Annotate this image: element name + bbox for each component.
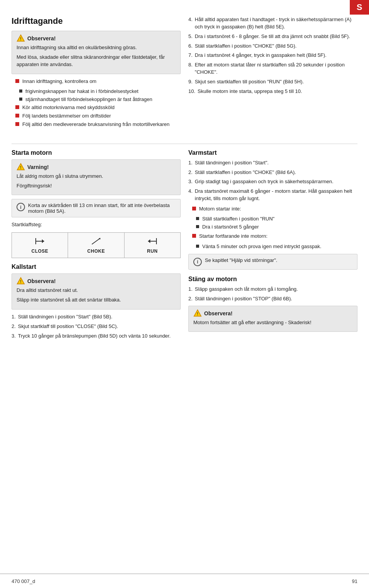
top-bar: S <box>350 0 369 15</box>
kallstart-observera-box: ! Observera! Dra alltid startsnöret rakt… <box>12 273 181 310</box>
startklaffsteg-cell-run: RUN <box>125 233 180 258</box>
varmstart-item-3: 3. Grip stadigt tag i gasspaken och tryc… <box>188 178 357 186</box>
red-bullet-2: Följ landets bestämmelser om driftstider <box>15 113 181 119</box>
mid-right-column: Varmstart 1. Ställ tändningen i position… <box>188 149 357 343</box>
mid-left-column: Starta motorn ! Varning! Låt aldrig moto… <box>12 149 181 343</box>
top-section: Idrifttagande ! Observera! Innan idriftt… <box>12 16 357 131</box>
motorn-startar-inte-header: Motorn startar inte: <box>192 205 357 212</box>
right-item-7: 7. Dra i startsnöret 4 gånger, tryck in … <box>188 52 357 59</box>
startar-fortfarande-header: Startar fortfarande inte motorn: <box>192 233 357 240</box>
bullet-small-2 <box>19 98 22 101</box>
motorn-sub-1: Ställ startklaffen i position "RUN" <box>196 215 357 222</box>
svg-text:!: ! <box>20 165 21 169</box>
red-bullet-list: Kör alltid motorknivarna med skyddssköld… <box>15 104 181 128</box>
varning-label: Varning! <box>27 164 49 170</box>
kallstart-observera-label: Observera! <box>27 278 56 284</box>
stang-av-warning-icon: ! <box>193 309 202 318</box>
varmstart-item-2: 2. Ställ startklaffen i position "CHOKE"… <box>188 169 357 176</box>
stang-av-observera-text: Motorn fortsätter att gå efter avstängni… <box>193 319 352 326</box>
bullet-small-1 <box>19 89 22 93</box>
choke-icon <box>90 237 102 247</box>
sub-checklist: frigivningsknappen har hakat in i förbin… <box>19 88 181 103</box>
bottom-bar: 470 007_d 91 <box>0 573 369 588</box>
varmstart-item-4: 4. Dra startsnöret maximalt 6 gånger - m… <box>188 188 357 202</box>
right-item-5: 5. Dra i startsnöret 6 - 8 gånger. Se ti… <box>188 33 357 40</box>
section-divider-1 <box>12 144 357 144</box>
bullet-small-m2 <box>196 225 199 228</box>
observera-label: Observera! <box>27 35 56 41</box>
right-numbered-list: 4. Håll alltid apparaten fast i handtage… <box>188 16 357 95</box>
bullet-small-m1 <box>196 217 199 220</box>
page-title: Idrifttagande <box>12 16 181 26</box>
observera-line1: Innan idrifttagning ska alltid en okulär… <box>17 44 176 51</box>
bullet-red <box>15 79 19 83</box>
motorn-startar-inte-list: Motorn startar inte: <box>192 205 357 212</box>
varmstart-list: 1. Ställ tändningen i position "Start". … <box>188 159 357 202</box>
right-column: 4. Håll alltid apparaten fast i handtage… <box>188 16 357 131</box>
starta-motorn-title: Starta motorn <box>12 149 181 156</box>
run-icon <box>146 237 158 247</box>
kallstart-item-3: 3. Tryck 10 gånger på bränslepumpen (Bil… <box>12 333 181 340</box>
checklist-intro-item: Innan idrifttagning, kontrollera om <box>15 78 181 85</box>
startklaffsteg-cell-close: CLOSE <box>12 233 68 258</box>
checklist-intro-text: Innan idrifttagning, kontrollera om <box>22 78 96 85</box>
startar-sub-1: Vänta 5 minuter och prova igen med intry… <box>196 243 357 250</box>
red-bullet-3: Följ alltid den medlevererade bruksanvis… <box>15 121 181 128</box>
page-number: 91 <box>352 578 357 584</box>
varning-title: ! Varning! <box>17 163 176 171</box>
info-box-hjalp: i Se kapitlet "Hjälp vid störningar". <box>188 254 357 270</box>
startklaffsteg-cell-choke: CHOKE <box>68 233 124 258</box>
doc-number: 470 007_d <box>12 578 35 584</box>
startklaffsteg-label-choke: CHOKE <box>87 248 105 254</box>
right-item-9: 9. Skjut sen startklaffen till position … <box>188 78 357 86</box>
bullet-red-2 <box>15 114 19 118</box>
observera-box-top: ! Observera! Innan idrifttagning ska all… <box>12 31 181 74</box>
startklaffsteg-label: Startklaffsteg: <box>12 221 181 229</box>
kallstart-list: 1. Ställ tändningen i position "Start" (… <box>12 313 181 340</box>
left-column: Idrifttagande ! Observera! Innan idriftt… <box>12 16 181 131</box>
observera-line2: Med lösa, skadade eller slitna skäranord… <box>17 54 176 68</box>
observera-title: ! Observera! <box>17 34 176 43</box>
info-icon: i <box>17 203 25 211</box>
mid-section: Starta motorn ! Varning! Låt aldrig moto… <box>12 149 357 343</box>
bullet-red-3 <box>15 122 19 126</box>
red-bullet-1: Kör alltid motorknivarna med skyddssköld <box>15 104 181 111</box>
sub-checklist-item-2: stjärnhandtaget till förbindelsekoppling… <box>19 96 181 103</box>
right-item-4: 4. Håll alltid apparaten fast i handtage… <box>188 16 357 31</box>
stang-av-item-2: 2. Ställ tändningen i position "STOP" (B… <box>188 295 357 303</box>
kallstart-observera-line2: Släpp inte startsnöret så att det snärta… <box>17 296 176 304</box>
svg-line-6 <box>92 238 100 244</box>
varmstart-title: Varmstart <box>188 149 357 156</box>
stang-av-observera-label: Observera! <box>204 310 233 316</box>
startar-fortfarande-text: Startar fortfarande inte motorn: <box>199 233 268 240</box>
stang-av-observera-title: ! Observera! <box>193 309 352 318</box>
motorn-sub-list: Ställ startklaffen i position "RUN" Dra … <box>196 215 357 230</box>
startklaffsteg-label-close: CLOSE <box>32 248 48 254</box>
bullet-red-1 <box>15 105 19 109</box>
right-item-6: 6. Ställ startklaffen i position "CHOKE"… <box>188 43 357 50</box>
startklaffsteg-label-run: RUN <box>147 248 158 254</box>
stang-av-motorn-title: Stäng av motorn <box>188 276 357 283</box>
kallstart-observera-title: ! Observera! <box>17 277 176 285</box>
svg-marker-5 <box>42 239 44 243</box>
sub-checklist-item-1: frigivningsknappen har hakat in i förbin… <box>19 88 181 95</box>
stang-av-list: 1. Släpp gasspaken och låt motorn gå i t… <box>188 286 357 303</box>
bullet-small-s1 <box>196 245 199 248</box>
right-item-8: 8. Efter att motorn startat låter ni sta… <box>188 61 357 76</box>
svg-text:!: ! <box>20 280 21 284</box>
info-box-skartrad: i Korta av skärtråden till 13 cm innan s… <box>12 199 181 217</box>
stang-av-item-1: 1. Släpp gasspaken och låt motorn gå i t… <box>188 286 357 293</box>
kallstart-item-2: 2. Skjut startklaff till position "CLOSE… <box>12 323 181 330</box>
startklaffsteg-box: CLOSE CHOKE <box>12 232 181 258</box>
varning-line2: Förgiftningsrisk! <box>17 182 176 190</box>
right-item-10: 10. Skulle motorn inte starta, upprepa s… <box>188 88 357 95</box>
kallstart-warning-icon: ! <box>17 277 25 285</box>
varning-box: ! Varning! Låt aldrig motorn gå i slutna… <box>12 159 181 195</box>
checklist-intro-list: Innan idrifttagning, kontrollera om <box>15 78 181 85</box>
svg-marker-12 <box>148 239 150 243</box>
bullet-red-motorn <box>192 207 196 210</box>
startar-fortfarande-list: Startar fortfarande inte motorn: <box>192 233 357 240</box>
warning-icon: ! <box>17 34 25 43</box>
kallstart-item-1: 1. Ställ tändningen i position "Start" (… <box>12 313 181 321</box>
kallstart-title: Kallstart <box>12 263 181 270</box>
